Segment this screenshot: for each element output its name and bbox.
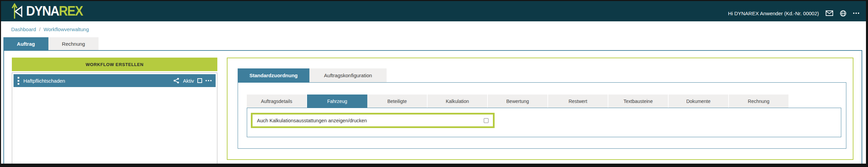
kalkulationsausstattungen-option-row[interactable]: Auch Kalkulationsausstattungen anzeigen/… <box>251 113 495 128</box>
subtab-bewertung[interactable]: Bewertung <box>488 95 548 108</box>
workflow-item-controls: Aktiv <box>173 78 212 84</box>
drag-handle-icon[interactable] <box>18 77 19 85</box>
standardzuordnung-panel: Auftragsdetails Fahrzeug Beteiligte Kalk… <box>238 82 846 149</box>
auftrag-panel: WORKFLOW ERSTELLEN Haftpflichtschaden <box>3 50 862 164</box>
subtab-textbausteine[interactable]: Textbausteine <box>608 95 669 108</box>
breadcrumb-dashboard[interactable]: Dashboard <box>11 26 36 32</box>
logo-text-primary: DYNA <box>26 3 59 18</box>
tab-auftragskonfiguration[interactable]: Auftragskonfiguration <box>309 68 387 82</box>
subtab-auftragsdetails[interactable]: Auftragsdetails <box>247 95 307 108</box>
app-header: DYNAREX Hi DYNAREX Anwender (Kd.-Nr. 000… <box>1 1 866 21</box>
subtab-kalkulation[interactable]: Kalkulation <box>428 95 488 108</box>
workflow-list: Haftpflichtschaden Aktiv <box>12 72 217 164</box>
workflow-item-haftpflichtschaden[interactable]: Haftpflichtschaden Aktiv <box>14 74 216 87</box>
subtab-rechnung[interactable]: Rechnung <box>729 95 789 108</box>
mail-icon[interactable] <box>826 11 833 16</box>
share-icon[interactable] <box>173 78 179 84</box>
page: DYNAREX Hi DYNAREX Anwender (Kd.-Nr. 000… <box>1 1 866 164</box>
aktiv-label: Aktiv <box>183 78 194 84</box>
breadcrumb-separator: / <box>39 26 40 32</box>
header-right-group: Hi DYNAREX Anwender (Kd.-Nr. 00002) <box>728 6 859 17</box>
breadcrumb: Dashboard / Workflowverwaltung <box>1 21 866 37</box>
option-label: Auch Kalkulationsausstattungen anzeigen/… <box>257 118 367 123</box>
breadcrumb-workflowverwaltung[interactable]: Workflowverwaltung <box>44 26 89 32</box>
dynarex-logo-icon <box>10 3 25 19</box>
config-tab-bar: Standardzuordnung Auftragskonfiguration <box>238 68 387 82</box>
aktiv-checkbox[interactable] <box>197 78 202 83</box>
subtab-beteiligte[interactable]: Beteiligte <box>367 95 428 108</box>
subtab-restwert[interactable]: Restwert <box>548 95 608 108</box>
globe-icon[interactable] <box>840 10 846 17</box>
tab-auftrag[interactable]: Auftrag <box>3 37 48 50</box>
workflow-erstellen-header[interactable]: WORKFLOW ERSTELLEN <box>12 58 217 71</box>
sub-tab-bar: Auftragsdetails Fahrzeug Beteiligte Kalk… <box>247 95 789 108</box>
kalkulationsausstattungen-checkbox[interactable] <box>484 118 489 123</box>
subtab-dokumente[interactable]: Dokumente <box>669 95 729 108</box>
tab-rechnung[interactable]: Rechnung <box>48 37 99 50</box>
app-logo[interactable]: DYNAREX <box>10 3 83 19</box>
tab-standardzuordnung[interactable]: Standardzuordnung <box>238 68 309 82</box>
workflow-item-name: Haftpflichtschaden <box>23 78 169 84</box>
subtab-fahrzeug[interactable]: Fahrzeug <box>307 95 367 108</box>
more-options-icon[interactable] <box>853 13 859 14</box>
user-greeting: Hi DYNAREX Anwender (Kd.-Nr. 00002) <box>728 11 819 16</box>
main-tab-bar: Auftrag Rechnung <box>3 37 99 50</box>
workflow-config-box: Standardzuordnung Auftragskonfiguration … <box>227 58 853 160</box>
fahrzeug-content-box: Auch Kalkulationsausstattungen anzeigen/… <box>247 108 841 137</box>
logo-text-accent: REX <box>59 3 83 18</box>
workflow-item-more-icon[interactable] <box>205 80 212 81</box>
logo-text: DYNAREX <box>26 3 83 19</box>
